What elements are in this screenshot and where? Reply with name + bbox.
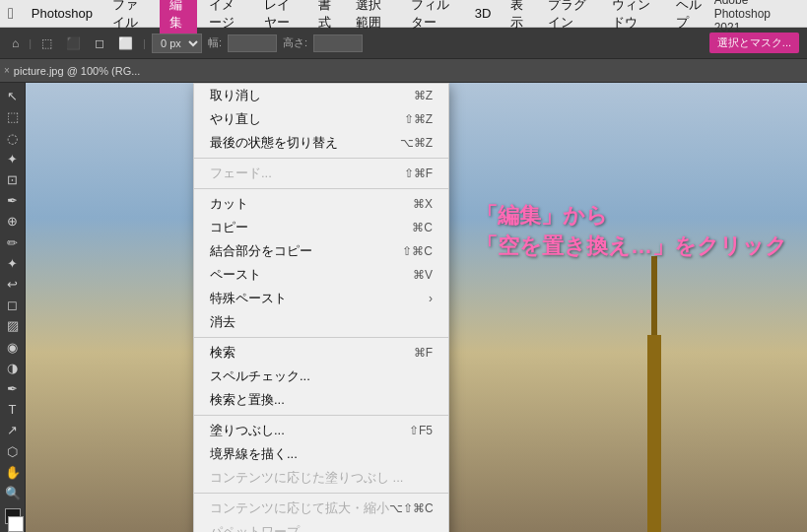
- tool-magic-wand[interactable]: ✦: [2, 150, 24, 168]
- apple-logo[interactable]: : [8, 5, 14, 23]
- tool-eyedropper[interactable]: ✒: [2, 191, 24, 210]
- menu-find-replace[interactable]: 検索と置換...: [194, 388, 448, 412]
- menu-fade-label: フェード...: [210, 165, 272, 182]
- canvas-area: ↖ ⬚ ◌ ✦ ⊡ ✒ ⊕ ✏ ✦ ↩ ◻ ▨ ◉ ◑ ✒ T ↗ ⬡ ✋ 🔍: [0, 83, 807, 532]
- tool-history-brush[interactable]: ↩: [2, 275, 24, 294]
- sep3: [194, 337, 448, 338]
- menu-text[interactable]: 書式: [310, 0, 344, 34]
- menu-spell-check-label: スペルチェック...: [210, 367, 310, 385]
- toolbar-divider2: |: [143, 37, 146, 49]
- menu-redo-label: やり直し: [210, 110, 261, 128]
- window-title: Adobe Photoshop 2021: [714, 0, 799, 34]
- menu-content-fill-label: コンテンツに応じた塗りつぶし ...: [210, 469, 403, 487]
- menu-paste[interactable]: ペースト ⌘V: [194, 263, 448, 287]
- tool-type[interactable]: T: [2, 400, 24, 419]
- menu-undo[interactable]: 取り消し ⌘Z: [194, 84, 448, 107]
- menu-spell-check[interactable]: スペルチェック...: [194, 365, 448, 388]
- background-color[interactable]: [8, 516, 24, 532]
- annotation-line2: 「空を置き換え…」をクリック: [476, 232, 787, 262]
- menu-special-paste-label: 特殊ペースト: [210, 290, 287, 307]
- menu-redo-shortcut: ⇧⌘Z: [404, 112, 433, 126]
- menu-file[interactable]: ファイル: [104, 0, 156, 34]
- height-input[interactable]: [313, 34, 363, 52]
- menu-cut-label: カット: [210, 195, 248, 213]
- tab-close-btn[interactable]: ×: [4, 65, 10, 76]
- menu-fill-label: 塗りつぶし...: [210, 422, 285, 439]
- menu-copy[interactable]: コピー ⌘C: [194, 216, 448, 239]
- add-selection-btn[interactable]: ⬛: [62, 34, 85, 52]
- menu-toggle-state[interactable]: 最後の状態を切り替え ⌥⌘Z: [194, 131, 448, 155]
- fg-bg-colors: [2, 508, 24, 532]
- tool-hand[interactable]: ✋: [2, 463, 24, 482]
- menu-plugins[interactable]: プラグイン: [540, 0, 600, 34]
- menu-puppet-warp-label: パペットワープ: [210, 523, 300, 532]
- menu-filter[interactable]: フィルター: [403, 0, 463, 34]
- height-label: 高さ:: [283, 35, 307, 50]
- tool-clone[interactable]: ✦: [2, 254, 24, 273]
- select-mask-btn[interactable]: 選択とマスク...: [709, 33, 799, 53]
- tower-top: [651, 256, 657, 335]
- menu-image[interactable]: イメージ: [201, 0, 252, 34]
- menu-help[interactable]: ヘルプ: [668, 0, 710, 34]
- menu-stroke[interactable]: 境界線を描く...: [194, 442, 448, 466]
- tool-blur[interactable]: ◉: [2, 337, 24, 356]
- dropdown-menu: 取り消し ⌘Z やり直し ⇧⌘Z 最後の状態を切り替え ⌥⌘Z フェード... …: [193, 83, 449, 532]
- menu-window[interactable]: ウィンドウ: [604, 0, 664, 34]
- menu-paste-label: ペースト: [210, 266, 261, 284]
- annotation-text: 「編集」から 「空を置き換え…」をクリック: [476, 201, 787, 262]
- subtract-selection-btn[interactable]: ◻: [91, 34, 108, 52]
- menu-view[interactable]: 表示: [503, 0, 536, 34]
- annotation-line1: 「編集」から: [476, 201, 787, 232]
- tool-selection[interactable]: ⬚: [2, 107, 24, 126]
- menu-copy-merged-shortcut: ⇧⌘C: [402, 244, 433, 258]
- menu-search-shortcut: ⌘F: [414, 346, 433, 360]
- menu-toggle-state-label: 最後の状態を切り替え: [210, 134, 338, 152]
- tool-shape[interactable]: ⬡: [2, 441, 24, 460]
- menu-clear[interactable]: 消去: [194, 310, 448, 334]
- home-btn[interactable]: ⌂: [8, 34, 23, 52]
- tool-heal[interactable]: ⊕: [2, 212, 24, 231]
- new-selection-btn[interactable]: ⬚: [37, 34, 56, 52]
- menu-content-fill[interactable]: コンテンツに応じた塗りつぶし ...: [194, 466, 448, 490]
- tab-label[interactable]: picture.jpg @ 100% (RG...: [14, 65, 141, 77]
- tool-move[interactable]: ↖: [2, 87, 24, 105]
- menu-special-paste[interactable]: 特殊ペースト ›: [194, 287, 448, 310]
- tower-silhouette: [639, 256, 669, 532]
- menu-layer[interactable]: レイヤー: [256, 0, 307, 34]
- menu-3d[interactable]: 3D: [467, 3, 500, 24]
- menu-fill[interactable]: 塗りつぶし... ⇧F5: [194, 419, 448, 442]
- tool-crop[interactable]: ⊡: [2, 170, 24, 189]
- menu-cut[interactable]: カット ⌘X: [194, 192, 448, 216]
- tool-dodge[interactable]: ◑: [2, 359, 24, 377]
- menu-edit[interactable]: 編集: [160, 0, 197, 36]
- sep2: [194, 188, 448, 189]
- tool-gradient[interactable]: ▨: [2, 316, 24, 335]
- intersect-selection-btn[interactable]: ⬜: [114, 34, 137, 52]
- tool-eraser[interactable]: ◻: [2, 296, 24, 314]
- menu-special-paste-shortcut: ›: [429, 292, 433, 305]
- menu-undo-label: 取り消し: [210, 87, 261, 104]
- menu-copy-merged-label: 結合部分をコピー: [210, 242, 312, 260]
- menu-select[interactable]: 選択範囲: [348, 0, 399, 34]
- tool-lasso[interactable]: ◌: [2, 128, 24, 147]
- menu-search[interactable]: 検索 ⌘F: [194, 341, 448, 365]
- menu-clear-label: 消去: [210, 313, 235, 331]
- menu-fade[interactable]: フェード... ⇧⌘F: [194, 162, 448, 185]
- tab-bar: × picture.jpg @ 100% (RG...: [0, 59, 807, 83]
- tool-palette: ↖ ⬚ ◌ ✦ ⊡ ✒ ⊕ ✏ ✦ ↩ ◻ ▨ ◉ ◑ ✒ T ↗ ⬡ ✋ 🔍: [0, 83, 26, 532]
- menu-fade-shortcut: ⇧⌘F: [404, 166, 433, 180]
- sep5: [194, 493, 448, 494]
- tool-zoom[interactable]: 🔍: [2, 484, 24, 502]
- menu-photoshop[interactable]: Photoshop: [24, 3, 101, 24]
- menu-find-replace-label: 検索と置換...: [210, 391, 285, 409]
- menu-redo[interactable]: やり直し ⇧⌘Z: [194, 107, 448, 131]
- menu-content-scale[interactable]: コンテンツに応じて拡大・縮小 ⌥⇧⌘C: [194, 497, 448, 520]
- tool-path-select[interactable]: ↗: [2, 421, 24, 439]
- tool-pen[interactable]: ✒: [2, 379, 24, 398]
- menu-copy-merged[interactable]: 結合部分をコピー ⇧⌘C: [194, 239, 448, 263]
- feather-select[interactable]: 0 px: [152, 33, 202, 53]
- menu-bar:  Photoshop ファイル 編集 イメージ レイヤー 書式 選択範囲 フィ…: [0, 0, 807, 28]
- menu-puppet-warp[interactable]: パペットワープ: [194, 520, 448, 532]
- width-input[interactable]: [228, 34, 277, 52]
- tool-brush[interactable]: ✏: [2, 233, 24, 251]
